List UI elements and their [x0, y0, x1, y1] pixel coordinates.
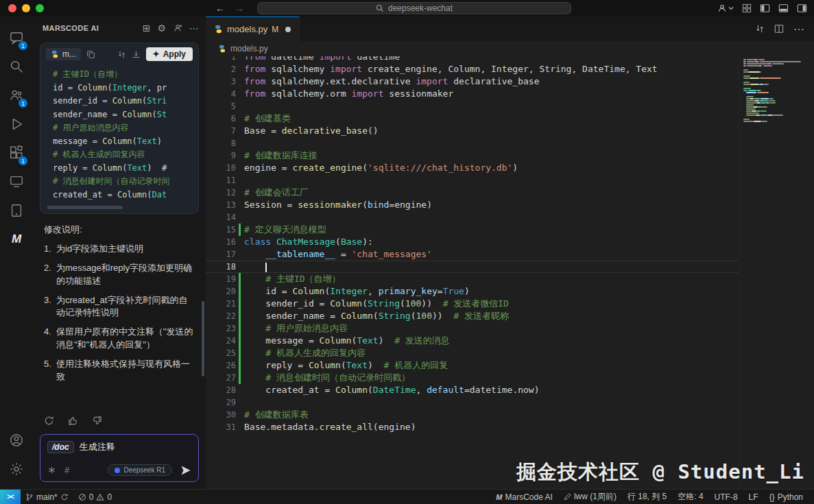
remote-indicator[interactable]: >< [0, 490, 21, 504]
apply-button[interactable]: ✦ Apply [146, 47, 193, 61]
marscode-status-item[interactable]: M MarsCode AI [490, 490, 558, 504]
command-center-search[interactable]: deepseek-wechat [257, 2, 571, 14]
note-1: 为id字段添加主键说明 [44, 243, 195, 256]
minimize-window-button[interactable] [22, 4, 30, 12]
new-chat-icon[interactable]: ⊞ [143, 23, 151, 33]
compare-changes-icon[interactable] [117, 50, 126, 59]
code-line-1[interactable]: 1from datetime import datetime [206, 56, 814, 63]
account-sidebar-icon[interactable] [1, 426, 32, 455]
settings-gear-icon[interactable] [1, 455, 32, 483]
chat-input-value[interactable]: 生成注释 [80, 441, 115, 453]
ai-chat-icon[interactable]: 1 [1, 23, 32, 52]
sparkle-icon: ✦ [153, 49, 160, 59]
send-icon[interactable] [180, 465, 191, 476]
indentation-item[interactable]: 空格: 4 [672, 490, 708, 504]
code-line-15[interactable]: 15# 定义聊天消息模型 [206, 224, 814, 236]
code-line-27[interactable]: 27 # 消息创建时间（自动记录时间戳） [206, 372, 814, 384]
insert-code-icon[interactable] [132, 50, 141, 59]
code-line-11[interactable]: 11 [206, 174, 814, 187]
minimap[interactable] [739, 56, 814, 489]
toggle-panel-bottom-icon[interactable] [778, 3, 789, 13]
window-controls[interactable] [8, 4, 44, 12]
doc-command-chip[interactable]: /doc [47, 441, 74, 453]
code-editor[interactable]: 1from datetime import datetime2from sqla… [206, 56, 814, 489]
regenerate-icon[interactable] [44, 416, 54, 426]
code-line-17[interactable]: 17 __tablename__ = 'chat_messages' [206, 248, 814, 261]
code-line-22[interactable]: 22 sender_name = Column(String(100)) # 发… [206, 310, 814, 322]
code-line-13[interactable]: 13Session = sessionmaker(bind=engine) [206, 199, 814, 211]
diff-line-5: # 用户原始消息内容 [53, 121, 193, 135]
marscode-logo-icon: M [496, 493, 502, 501]
code-line-16[interactable]: 16class ChatMessage(Base): [206, 236, 814, 248]
history-icon[interactable] [173, 23, 182, 33]
code-line-20[interactable]: 20 id = Column(Integer, primary_key=True… [206, 285, 814, 298]
more-actions-icon[interactable]: ⋯ [793, 23, 804, 36]
code-line-28[interactable]: 28 created_at = Column(DateTime, default… [206, 384, 814, 396]
code-line-7[interactable]: 7Base = declarative_base() [206, 125, 814, 137]
code-line-25[interactable]: 25 # 机器人生成的回复内容 [206, 347, 814, 359]
tab-models-py[interactable]: models.py M [206, 16, 300, 41]
devices-icon[interactable] [1, 196, 32, 225]
remote-explorer-icon[interactable] [1, 167, 32, 196]
diff-code[interactable]: # 主键ID（自增）id = Column(Integer, prsender_… [46, 67, 193, 203]
thumbs-down-icon[interactable] [92, 416, 102, 426]
navigate-back-icon[interactable]: ← [215, 3, 225, 14]
compare-icon[interactable] [755, 24, 765, 34]
extensions-icon[interactable]: 1 [1, 139, 32, 167]
code-line-26[interactable]: 26 reply = Column(Text) # 机器人的回复 [206, 359, 814, 372]
marscode-ai-icon[interactable]: M [1, 225, 32, 254]
panel-more-icon[interactable]: ⋯ [189, 23, 199, 33]
code-line-8[interactable]: 8 [206, 137, 814, 149]
profile-button[interactable] [717, 3, 734, 13]
code-line-31[interactable]: 31Base.metadata.create_all(engine) [206, 421, 814, 433]
code-line-24[interactable]: 24 message = Column(Text) # 发送的消息 [206, 335, 814, 347]
code-line-21[interactable]: 21 sender_id = Column(String(100)) # 发送者… [206, 298, 814, 310]
code-line-3[interactable]: 3from sqlalchemy.ext.declarative import … [206, 75, 814, 88]
python-file-icon [51, 50, 59, 58]
navigate-forward-icon[interactable]: → [235, 3, 244, 14]
sidebar-scrollbar[interactable] [202, 301, 204, 376]
copy-icon[interactable] [86, 50, 95, 59]
context-hash-icon[interactable]: # [64, 465, 69, 475]
model-selector[interactable]: Deepseek R1 [108, 464, 172, 476]
code-line-2[interactable]: 2from sqlalchemy import create_engine, C… [206, 63, 814, 75]
search-sidebar-icon[interactable] [1, 52, 32, 81]
eol-item[interactable]: LF [743, 490, 764, 504]
code-line-14[interactable]: 14 [206, 211, 814, 224]
code-line-4[interactable]: 4from sqlalchemy.orm import sessionmaker [206, 88, 814, 100]
sync-icon[interactable] [60, 493, 69, 501]
toggle-sidebar-right-icon[interactable] [797, 3, 807, 13]
split-editor-icon[interactable] [774, 24, 784, 34]
maximize-window-button[interactable] [36, 4, 44, 12]
chat-input-box[interactable]: /doc 生成注释 # Deepseek R1 [40, 434, 199, 482]
code-line-5[interactable]: 5 [206, 100, 814, 112]
panel-settings-icon[interactable]: ⚙ [157, 23, 166, 33]
code-line-12[interactable]: 12# 创建会话工厂 [206, 187, 814, 199]
errors-icon [78, 493, 86, 501]
git-blame-item[interactable]: lww (1周前) [558, 490, 622, 504]
breadcrumb[interactable]: models.py [206, 41, 814, 56]
code-line-18[interactable]: 18 [206, 261, 814, 273]
toggle-sidebar-left-icon[interactable] [760, 3, 770, 13]
code-line-19[interactable]: 19 # 主键ID（自增） [206, 273, 814, 285]
diff-horizontal-scrollbar[interactable] [47, 206, 123, 209]
close-window-button[interactable] [8, 4, 16, 12]
code-line-30[interactable]: 30# 创建数据库表 [206, 409, 814, 421]
code-line-10[interactable]: 10engine = create_engine('sqlite:///chat… [206, 162, 814, 174]
thumbs-up-icon[interactable] [68, 416, 78, 426]
run-debug-icon[interactable] [1, 110, 32, 139]
skills-icon[interactable] [47, 466, 56, 475]
code-line-29[interactable]: 29 [206, 396, 814, 409]
accounts-organization-icon[interactable]: 1 [1, 81, 32, 110]
code-line-23[interactable]: 23 # 用户原始消息内容 [206, 322, 814, 335]
code-line-9[interactable]: 9# 创建数据库连接 [206, 149, 814, 162]
problems-item[interactable]: 0 0 [73, 490, 117, 504]
file-chip[interactable]: m... [46, 48, 81, 60]
cursor-position-item[interactable]: 行 18, 列 5 [622, 490, 672, 504]
encoding-item[interactable]: UTF-8 [709, 490, 743, 504]
customize-layout-icon[interactable] [742, 3, 752, 13]
code-line-6[interactable]: 6# 创建基类 [206, 112, 814, 125]
branch-item[interactable]: main* [21, 490, 73, 504]
language-mode-item[interactable]: {} Python [764, 490, 809, 504]
unsaved-dot-icon[interactable] [285, 27, 291, 32]
